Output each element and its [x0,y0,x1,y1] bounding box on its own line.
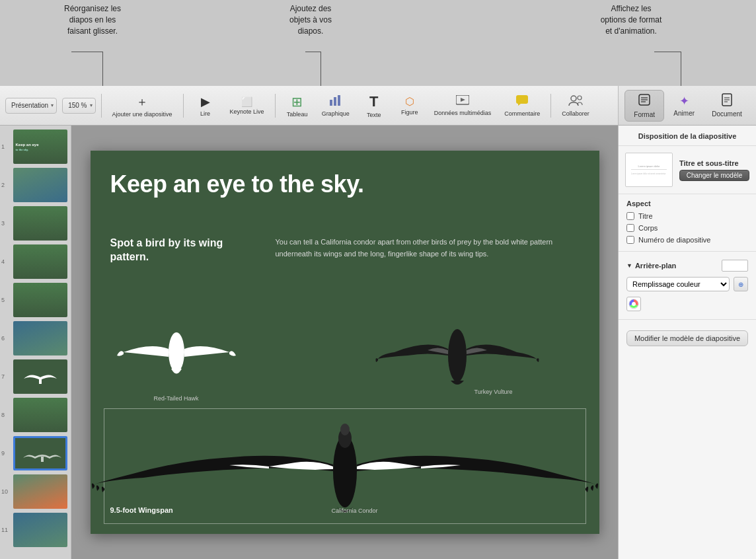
zoom-control[interactable]: 150 % ▾ [62,98,95,114]
slide-subtitle: Spot a bird by its wing pattern. [110,237,262,264]
graphique-label: Graphique [322,110,350,117]
slide-thumb-8[interactable] [13,398,67,432]
callout-display-hline [654,52,681,52]
slide-thumb-5[interactable] [13,283,67,317]
figure-icon: ⬡ [405,95,414,108]
wingspan-label: 9.5-foot Wingspan [110,506,173,514]
bird3-label: California Condor [315,507,395,514]
presentation-zoom-control[interactable]: Présentation ▾ [5,98,57,114]
slide-thumb-11[interactable] [13,513,67,547]
svg-rect-18 [41,457,44,462]
collaborer-icon [568,94,583,109]
svg-point-23 [340,424,350,435]
slide-num-7: 7 [1,373,5,380]
figure-label: Figure [401,109,418,116]
add-slide-label: Ajouter une diapositive [112,111,172,118]
svg-rect-17 [39,377,42,384]
donnees-multimedias-button[interactable]: Données multimédias [429,93,497,119]
color-wheel-icon [628,299,639,309]
layout-thumb: Lorem ipsum dolor Lorem ipsum dolor sit … [625,153,673,187]
presentation-arrow: ▾ [51,102,54,108]
corps-checkbox-row: Corps [619,222,756,234]
slide-thumb-10[interactable] [13,474,67,509]
arriere-plan-toggle[interactable]: ▼ Arrière-plan [619,254,756,274]
callout-add-line [321,52,321,88]
animer-button[interactable]: ✦ Animer [664,91,704,120]
format-button[interactable]: Format [624,90,664,122]
titre-checkbox-label: Titre [638,212,653,220]
slide-panel: 1 Keep an eye to the sky. 2 3 4 5 6 7 [0,126,71,559]
toolbar-left-group: Présentation ▾ 150 % ▾ [5,98,96,114]
modify-model-button[interactable]: Modifier le modèle de diapositive [626,330,748,346]
callout-area: Réorganisez lesdiapos en lesfaisant glis… [0,0,756,86]
callout-add-hline [305,52,321,52]
slide-canvas[interactable]: Keep an eye to the sky. Spot a bird by i… [91,151,599,534]
document-button[interactable]: Document [704,91,750,120]
keynote-live-button[interactable]: ⬜ Keynote Live [225,94,270,118]
bird1-label: Red-Tailed Hawk [143,395,209,402]
slide-num-9: 9 [1,450,5,457]
slide-body: You can tell a California condor apart f… [276,237,580,260]
slide-thumb-3[interactable] [13,206,67,241]
corps-checkbox-label: Corps [638,224,658,232]
commentaire-button[interactable]: Commentaire [499,92,545,120]
fill-dropdown-arrow[interactable]: ⊕ [734,277,748,291]
donnees-multimedias-label: Données multimédias [434,110,492,116]
svg-rect-5 [516,95,528,104]
tableau-label: Tableau [287,111,308,118]
svg-point-8 [578,96,582,100]
zoom-value: 150 % [65,102,89,109]
play-label: Lire [200,110,210,117]
fill-type-select[interactable]: Remplissage couleurSans remplissageRempl… [626,277,730,291]
numero-checkbox[interactable] [626,236,634,244]
figure-button[interactable]: ⬡ Figure [393,93,426,118]
slide-title: Keep an eye to the sky. [110,170,580,198]
add-slide-icon: ＋ [136,94,148,110]
slide-thumb-4[interactable] [13,244,67,279]
donnees-multimedias-icon [456,95,469,108]
slide-thumb-7[interactable] [13,359,67,394]
arriere-plan-arrow: ▼ [626,262,632,269]
add-slide-button[interactable]: ＋ Ajouter une diapositive [107,91,178,120]
slide-num-10: 10 [1,488,8,495]
svg-rect-0 [330,100,332,106]
sep3 [275,94,276,118]
svg-point-19 [169,332,184,372]
sep4 [550,94,551,118]
zoom-arrow: ▾ [90,102,93,108]
numero-checkbox-label: Numéro de diapositive [638,236,710,244]
collaborer-button[interactable]: Collaborer [556,92,595,120]
format-icon [638,93,651,110]
keynote-live-label: Keynote Live [230,108,264,115]
svg-marker-6 [518,104,521,106]
play-button[interactable]: ▶ Lire [189,92,222,120]
titre-checkbox[interactable] [626,212,634,220]
tableau-icon: ⊞ [291,94,303,110]
corps-checkbox[interactable] [626,224,634,232]
bird-condor-svg [91,408,599,534]
slide-thumb-9[interactable] [13,436,67,470]
tableau-button[interactable]: ⊞ Tableau [281,91,314,120]
layout-name: Titre et sous-titre [679,159,749,167]
slide-thumb-6[interactable] [13,321,67,355]
svg-rect-1 [334,97,336,106]
graphique-button[interactable]: Graphique [317,92,355,120]
slide-num-11: 11 [1,527,8,533]
slide-thumb-1[interactable]: Keep an eye to the sky. [13,130,67,164]
callout-reorganize: Réorganisez lesdiapos en lesfaisant glis… [40,3,145,36]
slide-main-area: Keep an eye to the sky. Spot a bird by i… [71,126,618,559]
slide-num-4: 4 [1,258,5,265]
slide-num-8: 8 [1,412,5,418]
sep2 [183,94,184,118]
commentaire-icon [515,94,529,109]
callout-display: Affichez lesoptions de formatet d'animat… [572,3,691,36]
titre-checkbox-row: Titre [619,210,756,222]
document-icon [720,93,734,109]
change-model-button[interactable]: Changer le modèle [679,170,749,181]
slide-num-6: 6 [1,335,5,342]
color-swatch[interactable] [626,297,641,311]
texte-button[interactable]: T Texte [358,91,391,121]
slide-thumb-2[interactable] [13,168,67,202]
format-label: Format [634,111,655,118]
graphique-icon [329,94,342,109]
